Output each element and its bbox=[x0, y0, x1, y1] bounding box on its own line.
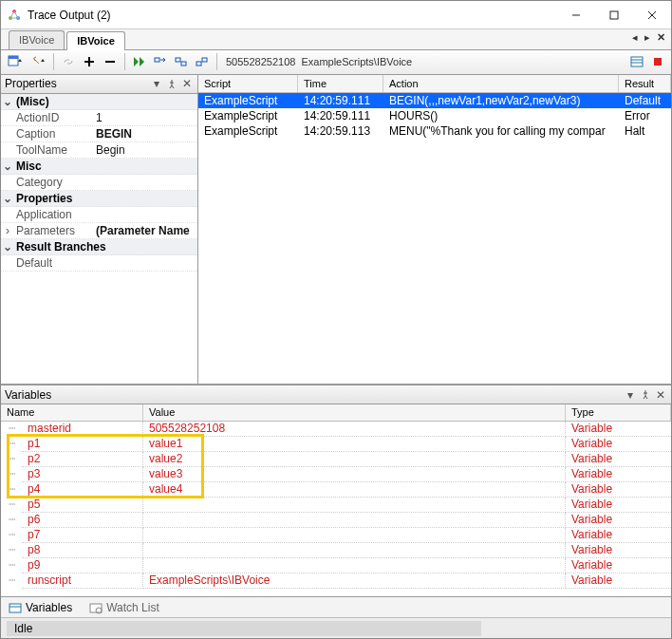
tab-next-icon[interactable]: ▸ bbox=[643, 31, 652, 44]
window-title: Trace Output (2) bbox=[28, 9, 557, 22]
variable-row: ┈p7Variable bbox=[1, 528, 671, 543]
minimize-button[interactable] bbox=[557, 1, 595, 29]
pin-icon[interactable] bbox=[639, 388, 652, 402]
variables-tab-icon bbox=[9, 601, 22, 614]
trace-row[interactable]: ExampleScript14:20:59.113MENU("%Thank yo… bbox=[198, 123, 671, 139]
properties-panel: Properties ▾ ✕ ⌄(Misc) ActionID1 Caption… bbox=[1, 75, 198, 385]
variable-row: ┈runscriptExampleScripts\IBVoiceVariable bbox=[1, 573, 671, 589]
watch-tab-icon bbox=[89, 601, 103, 614]
grid-view-button[interactable] bbox=[627, 52, 646, 71]
svg-rect-8 bbox=[9, 56, 18, 59]
variables-body[interactable]: ┈masterid505528252108Variable ┈p1value1V… bbox=[1, 422, 671, 596]
bottom-tab-strip: Variables Watch List bbox=[1, 596, 671, 617]
tab-ibvoice-inactive[interactable]: IBVoice bbox=[9, 30, 65, 49]
svg-rect-4 bbox=[610, 11, 618, 19]
panel-dropdown-icon[interactable]: ▾ bbox=[150, 77, 163, 90]
variable-row: ┈p1value1Variable bbox=[1, 437, 671, 452]
tab-close-icon[interactable]: ✕ bbox=[655, 31, 667, 44]
tab-strip: IBVoice IBVoice ◂ ▸ ✕ bbox=[1, 29, 671, 50]
chevron-right-icon[interactable]: › bbox=[1, 224, 14, 237]
svg-rect-16 bbox=[202, 58, 207, 62]
svg-rect-12 bbox=[155, 58, 159, 62]
remove-button[interactable] bbox=[101, 52, 120, 71]
variable-row: ┈p5Variable bbox=[1, 498, 671, 513]
var-col-type[interactable]: Type bbox=[566, 404, 671, 421]
bottom-tab-watch[interactable]: Watch List bbox=[85, 599, 163, 616]
step-out-button[interactable] bbox=[193, 52, 212, 71]
bottom-tab-variables[interactable]: Variables bbox=[5, 599, 76, 616]
svg-rect-14 bbox=[181, 62, 186, 66]
svg-rect-17 bbox=[631, 57, 643, 66]
title-bar: Trace Output (2) bbox=[1, 1, 671, 29]
variable-row: ┈p6Variable bbox=[1, 513, 671, 528]
svg-rect-13 bbox=[176, 58, 180, 62]
variable-row: ┈p4value4Variable bbox=[1, 482, 671, 498]
status-text: Idle bbox=[7, 621, 481, 636]
app-icon bbox=[7, 8, 22, 23]
panel-close-icon[interactable]: ✕ bbox=[180, 77, 194, 90]
add-button[interactable] bbox=[80, 52, 99, 71]
variable-row: ┈p3value3Variable bbox=[1, 467, 671, 482]
breadcrumb-path: ExampleScripts\IBVoice bbox=[301, 56, 412, 67]
variables-panel: Variables ▾ ✕ Name Value Type ┈masterid5… bbox=[1, 385, 671, 596]
trace-output-grid: Script Time Action Result ExampleScript1… bbox=[198, 75, 671, 385]
svg-rect-20 bbox=[654, 58, 662, 66]
close-button[interactable] bbox=[633, 1, 671, 29]
variable-row: ┈p9Variable bbox=[1, 558, 671, 573]
tab-prev-icon[interactable]: ◂ bbox=[630, 31, 640, 44]
tools-dropdown-button[interactable] bbox=[28, 52, 48, 71]
trace-row[interactable]: ExampleScript14:20:59.111HOURS()Error bbox=[198, 108, 671, 123]
svg-rect-21 bbox=[9, 604, 21, 612]
variable-row: ┈p8Variable bbox=[1, 543, 671, 558]
col-action[interactable]: Action bbox=[383, 75, 619, 92]
maximize-button[interactable] bbox=[595, 1, 633, 29]
col-result[interactable]: Result bbox=[619, 75, 671, 92]
variables-header: Variables ▾ ✕ bbox=[1, 385, 671, 404]
chevron-down-icon[interactable]: ⌄ bbox=[1, 160, 14, 173]
properties-header: Properties ▾ ✕ bbox=[1, 75, 197, 94]
panel-dropdown-button[interactable] bbox=[5, 52, 26, 71]
record-button[interactable] bbox=[648, 52, 667, 71]
step-into-button[interactable] bbox=[172, 52, 191, 71]
link-button[interactable] bbox=[59, 52, 78, 71]
play-button[interactable] bbox=[130, 52, 149, 71]
properties-grid[interactable]: ⌄(Misc) ActionID1 CaptionBEGIN ToolNameB… bbox=[1, 94, 197, 385]
panel-dropdown-icon[interactable]: ▾ bbox=[624, 388, 637, 402]
variable-row: ┈masterid505528252108Variable bbox=[1, 422, 671, 437]
col-script[interactable]: Script bbox=[198, 75, 298, 92]
svg-rect-15 bbox=[196, 62, 201, 66]
step-next-button[interactable] bbox=[151, 52, 170, 71]
trace-row[interactable]: ExampleScript14:20:59.111BEGIN(,,,newVar… bbox=[198, 93, 671, 108]
chevron-down-icon[interactable]: ⌄ bbox=[1, 240, 14, 254]
chevron-down-icon[interactable]: ⌄ bbox=[1, 95, 14, 108]
tab-ibvoice-active[interactable]: IBVoice bbox=[66, 31, 125, 50]
panel-close-icon[interactable]: ✕ bbox=[654, 388, 667, 402]
variable-row: ┈p2value2Variable bbox=[1, 452, 671, 467]
chevron-down-icon[interactable]: ⌄ bbox=[1, 192, 14, 205]
toolbar: 505528252108 ExampleScripts\IBVoice bbox=[1, 50, 671, 75]
var-col-value[interactable]: Value bbox=[143, 404, 566, 421]
pin-icon[interactable] bbox=[165, 77, 178, 90]
var-col-name[interactable]: Name bbox=[1, 404, 143, 421]
col-time[interactable]: Time bbox=[298, 75, 383, 92]
status-bar: Idle bbox=[1, 617, 671, 638]
breadcrumb-id: 505528252108 bbox=[226, 56, 295, 67]
